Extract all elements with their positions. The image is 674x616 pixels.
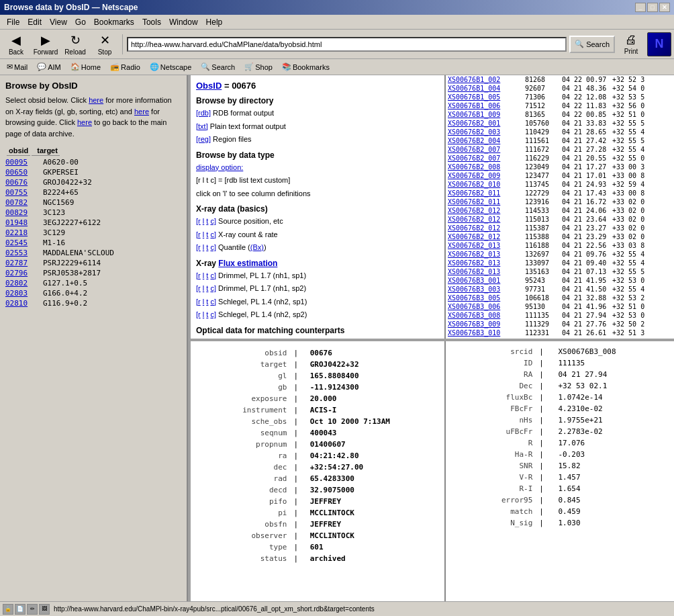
data-id-link[interactable]: XS00676B2_012 (448, 216, 525, 223)
basics-l[interactable]: l (203, 217, 204, 225)
rate-t[interactable]: t (206, 230, 208, 238)
back-icon: ◀ (11, 33, 21, 48)
quant-r[interactable]: [r (196, 243, 201, 251)
data-id-link[interactable]: XS00676B2_008 (448, 163, 525, 171)
rdb-link[interactable]: [rdb] (196, 109, 211, 117)
sidebar-link-3[interactable]: here (77, 118, 92, 126)
menu-tools[interactable]: Tools (138, 16, 165, 28)
quant-t[interactable]: t (206, 243, 208, 251)
data-id-link[interactable]: XS00676B3_005 (448, 294, 525, 302)
rate-r[interactable]: [r (196, 230, 201, 238)
personal-netscape[interactable]: 🌐 Netscape (146, 61, 195, 73)
table-row: XS00676B2_01313309704 21 09.40+32 55 4 (446, 259, 674, 267)
data-id-link[interactable]: XS00676B3_006 (448, 303, 525, 310)
obsid-link[interactable]: 00095 (5, 158, 39, 167)
obsid-link[interactable]: 00676 (5, 178, 39, 187)
flux1-row: [r l t c] Drimmel, PL 1.7 (nh1, sp1) (196, 270, 439, 281)
data-id-link[interactable]: XS00676B3_009 (448, 320, 525, 328)
reload-button[interactable]: ↻ Reload (62, 32, 89, 57)
personal-shop[interactable]: 🛒 Shop (240, 61, 277, 73)
data-id-link[interactable]: XS00676B3_001 (448, 277, 525, 284)
maximize-button[interactable]: □ (647, 3, 658, 12)
data-id-link[interactable]: XS00676B2_007 (448, 146, 525, 153)
data-id-link[interactable]: XS00676B2_001 (448, 120, 525, 127)
data-id-link[interactable]: XS00676B1_006 (448, 102, 525, 109)
rate-l[interactable]: l (203, 230, 204, 238)
list-item: 02796PSRJ0538+2817 (5, 268, 181, 278)
basics-c[interactable]: c] (210, 217, 216, 225)
data-id-link[interactable]: XS00676B2_012 (448, 224, 525, 232)
display-option-link[interactable]: display option: (196, 163, 243, 171)
menu-bookmarks[interactable]: Bookmarks (90, 16, 138, 28)
data-id-link[interactable]: XS00676B2_012 (448, 207, 525, 214)
obsid-link[interactable]: 01948 (5, 218, 39, 227)
rate-c[interactable]: c] (210, 230, 216, 238)
obsid-link[interactable]: 02803 (5, 289, 39, 298)
basics-r[interactable]: [r (196, 217, 201, 225)
data-id-link[interactable]: XS00676B2_007 (448, 155, 525, 162)
data-id-link[interactable]: XS00676B3_008 (448, 312, 525, 319)
obsid-link[interactable]: 00755 (5, 188, 39, 197)
data-id-link[interactable]: XS00676B2_011 (448, 189, 525, 197)
menu-go[interactable]: Go (71, 16, 90, 28)
stop-button[interactable]: ✕ Stop (91, 32, 118, 57)
data-id-link[interactable]: XS00676B1_004 (448, 85, 525, 92)
forward-button[interactable]: ▶ Forward (32, 32, 59, 57)
basics-t[interactable]: t (206, 217, 208, 225)
data-id-link[interactable]: XS00676B2_012 (448, 233, 525, 240)
obsid-link[interactable]: 02218 (5, 228, 39, 237)
data-id-link[interactable]: XS00676B1_002 (448, 76, 525, 83)
txt-link[interactable]: [txt] (196, 122, 208, 130)
obsid-link[interactable]: ObsID (196, 81, 222, 91)
obsid-link[interactable]: 02802 (5, 279, 39, 288)
reg-link[interactable]: [reg] (196, 135, 211, 143)
data-id-link[interactable]: XS00676B2_010 (448, 181, 525, 188)
sidebar-link-1[interactable]: here (89, 96, 103, 104)
bx-link[interactable]: (Bx) (250, 243, 264, 251)
data-id-link[interactable]: XS00676B2_013 (448, 268, 525, 275)
back-button[interactable]: ◀ Back (3, 32, 30, 57)
sidebar-link-2[interactable]: here (134, 107, 149, 116)
menu-file[interactable]: File (3, 16, 23, 28)
data-id-link[interactable]: XS00676B2_013 (448, 251, 525, 258)
obsid-link[interactable]: 02810 (5, 299, 39, 308)
personal-home[interactable]: 🏠 Home (66, 61, 105, 73)
menu-window[interactable]: Window (165, 16, 202, 28)
table-row: XS00676B1_0028126804 22 00.97+32 52 3 (446, 75, 674, 84)
obsid-link[interactable]: 00650 (5, 168, 39, 177)
personal-bookmarks[interactable]: 📚 Bookmarks (278, 61, 334, 73)
minimize-button[interactable]: _ (635, 3, 646, 12)
obsid-link[interactable]: 02796 (5, 269, 39, 277)
personal-radio[interactable]: 📻 Radio (106, 61, 144, 73)
data-id-link[interactable]: XS00676B2_009 (448, 172, 525, 179)
print-button[interactable]: 🖨 Print (618, 32, 644, 57)
flux-title-link[interactable]: Flux estimation (218, 259, 277, 268)
data-id-link[interactable]: XS00676B1_009 (448, 111, 525, 118)
obsid-link[interactable]: 02545 (5, 238, 39, 247)
obsid-link[interactable]: 02787 (5, 259, 39, 267)
data-id-link[interactable]: XS00676B3_003 (448, 285, 525, 293)
address-input[interactable] (127, 37, 567, 52)
close-button[interactable]: ✕ (659, 3, 670, 12)
sidebar-rows: 00095A0620-0000650GKPERSEI00676GROJ0422+… (5, 157, 181, 308)
personal-search[interactable]: 🔍 Search (197, 61, 239, 73)
data-id-link[interactable]: XS00676B2_004 (448, 137, 525, 144)
menu-help[interactable]: Help (202, 16, 227, 28)
personal-mail[interactable]: ✉ Mail (3, 61, 32, 73)
obsid-link[interactable]: 02553 (5, 249, 39, 257)
data-id-link[interactable]: XS00676B2_013 (448, 259, 525, 267)
obsid-link[interactable]: 00782 (5, 198, 39, 207)
data-id-link[interactable]: XS00676B1_005 (448, 93, 525, 101)
personal-aim[interactable]: 💬 AIM (33, 61, 65, 73)
menu-view[interactable]: View (46, 16, 71, 28)
data-id-link[interactable]: XS00676B2_013 (448, 242, 525, 249)
quant-l[interactable]: l (203, 243, 204, 251)
menu-edit[interactable]: Edit (23, 16, 46, 28)
search-button[interactable]: 🔍 Search (569, 36, 615, 53)
data-id-link[interactable]: XS00676B3_010 (448, 329, 525, 337)
data-id-link[interactable]: XS00676B2_011 (448, 198, 525, 206)
obsid-link[interactable]: 00829 (5, 208, 39, 217)
data-id-link[interactable]: XS00676B2_003 (448, 128, 525, 136)
quant-c[interactable]: c] (210, 243, 216, 251)
detail-row-gl: gl | 165.8808400 (197, 371, 438, 381)
